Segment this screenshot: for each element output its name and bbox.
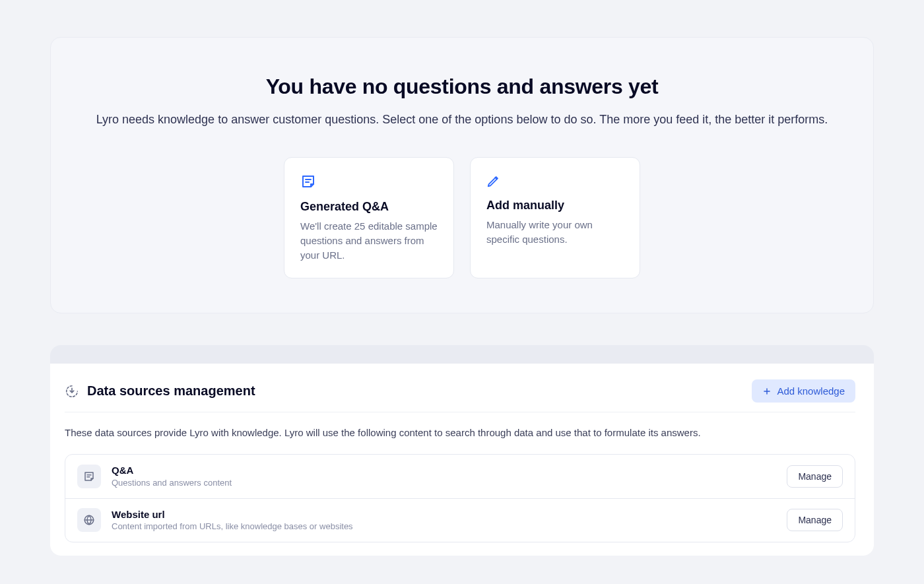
option-card-desc: Manually write your own specific questio… (486, 218, 625, 247)
manage-button[interactable]: Manage (787, 465, 843, 488)
data-source-title: Q&A (112, 464, 776, 477)
option-card-title: Add manually (486, 199, 625, 212)
option-card-title: Generated Q&A (300, 200, 439, 214)
option-card-add-manually[interactable]: Add manually Manually write your own spe… (470, 157, 640, 278)
empty-state-subtitle: Lyro needs knowledge to answer customer … (96, 111, 828, 128)
pencil-icon (486, 174, 625, 188)
data-source-row-website-url: Website url Content imported from URLs, … (65, 498, 855, 542)
empty-state-title: You have no questions and answers yet (90, 75, 834, 99)
option-cards-row: Generated Q&A We'll create 25 editable s… (90, 157, 834, 278)
data-sources-list: Q&A Questions and answers content Manage (65, 454, 855, 542)
option-card-generated-qa[interactable]: Generated Q&A We'll create 25 editable s… (284, 157, 454, 278)
empty-state-panel: You have no questions and answers yet Ly… (50, 37, 874, 313)
data-sources-panel: Data sources management Add knowledge Th… (50, 345, 874, 556)
data-sources-header: Data sources management Add knowledge (65, 377, 855, 412)
import-icon (65, 384, 79, 399)
note-icon (77, 465, 101, 488)
data-sources-description: These data sources provide Lyro with kno… (65, 412, 855, 454)
globe-icon (77, 508, 101, 532)
data-sources-heading: Data sources management (87, 383, 255, 399)
data-source-subtitle: Content imported from URLs, like knowled… (112, 521, 776, 533)
add-knowledge-label: Add knowledge (777, 385, 845, 397)
data-source-subtitle: Questions and answers content (112, 478, 776, 489)
data-source-row-qa: Q&A Questions and answers content Manage (65, 455, 855, 498)
plus-icon (762, 387, 772, 396)
add-knowledge-button[interactable]: Add knowledge (752, 379, 855, 403)
manage-button[interactable]: Manage (787, 509, 843, 531)
data-source-title: Website url (112, 508, 776, 521)
option-card-desc: We'll create 25 editable sample question… (300, 219, 439, 262)
note-icon (300, 174, 439, 189)
